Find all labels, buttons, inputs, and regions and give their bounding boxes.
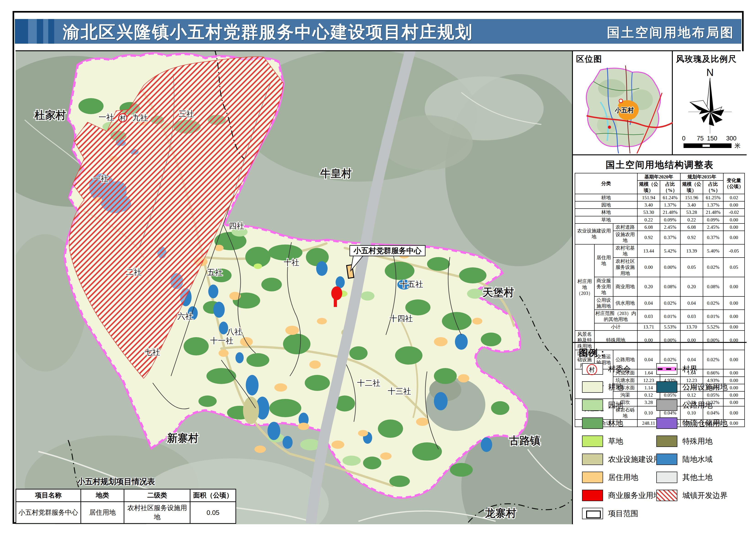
project-info-box: 小五村规划项目情况表 项目名称地类二级类面积（公顷）小五村党群服务中心居住用地农… [15, 476, 238, 524]
legend-swatch-fill [582, 436, 603, 447]
village-committee-marker: 村 [119, 114, 127, 122]
adjustment-table-header: 规模（公顷） [680, 181, 703, 194]
hamlet-name-label: 十三社 [388, 387, 411, 395]
hamlet-name-label: 六社 [177, 312, 193, 321]
adjustment-table-cell: 0.20 [637, 277, 660, 296]
adjustment-table-cell: 13.39 [680, 244, 703, 258]
adjustment-table-cell: 供水用地 [613, 296, 637, 310]
legend-item-label: 陆地水域 [682, 454, 713, 465]
adjustment-table-cell: 151.94 [637, 194, 660, 201]
legend-grid: 村村委会耕地园地林地草地农业设施建设用地居住用地商业服务业用地项目范围村界公用设… [573, 362, 747, 524]
legend-item: 公路用地 [656, 398, 713, 412]
adjustment-table-cell: 0.08% [660, 277, 680, 296]
windrose-panel: 风玫瑰及比例尺 N [673, 51, 747, 155]
adjustment-table-cell: 草地 [575, 216, 637, 223]
location-inset-panel: 区位图 小五村 [573, 51, 673, 155]
adjustment-table-cell: 0.02% [703, 296, 723, 310]
adjustment-table-cell: 0.01% [703, 310, 723, 323]
adjustment-table-cell: 1.37% [703, 201, 723, 209]
adjustment-table-header: 规模（公顷） [637, 181, 660, 194]
hamlet-name-label: 十五社 [400, 280, 423, 289]
legend-item-label: 耕地 [608, 382, 623, 392]
sidebar: 区位图 小五村 [573, 51, 747, 524]
adjustment-table-header: 规划年2035年 [680, 173, 723, 181]
legend-swatch-fill [656, 454, 677, 465]
legend-item-label: 项目范围 [608, 508, 638, 519]
legend-item: 项目范围 [582, 507, 638, 521]
legend-item: 公用设施用地 [656, 380, 728, 394]
adjustment-table-cell: 农业设施建设用地 [575, 223, 613, 244]
adjustment-table-cell: 13.70 [680, 323, 703, 330]
legend-swatch-fill [656, 381, 677, 393]
adjustment-table-cell: 0.02% [703, 258, 723, 277]
legend-item-label: 村界 [682, 364, 697, 374]
adjustment-table-cell: 村庄范围（203）内的其他用地 [594, 310, 637, 323]
adjustment-table-cell: 0.92 [680, 231, 703, 244]
adjustment-table-cell: 0.20 [680, 277, 703, 296]
location-inset-map[interactable]: 小五村 [573, 66, 673, 155]
adjustment-table-cell: 0.00 [723, 216, 744, 223]
legend-item: 村界 [656, 362, 697, 376]
legend-item-label: 居住用地 [608, 472, 638, 483]
hamlet-name-label: 二社 [126, 268, 142, 276]
adjustment-table-cell: 0.22 [680, 216, 703, 223]
scale-tick: 0 [682, 135, 685, 142]
adjustment-table-cell: 0.00 [723, 201, 744, 209]
adjustment-table-cell: 商业服务业用地 [594, 277, 613, 296]
legend-swatch-village-boundary [656, 363, 677, 375]
svg-text:小五村党群服务中心: 小五村党群服务中心 [353, 246, 422, 255]
adjustment-table-cell: 21.48% [703, 209, 723, 216]
adjustment-table-cell: 商业用地 [613, 277, 637, 296]
sheet-content: 村 小五村党群服务中心 杜家村牛皇村天堡村古路镇新寨村龙寨村 一社九社三社一社二… [15, 50, 741, 521]
adjustment-table-cell: 农村社区服务设施用地 [613, 258, 637, 277]
project-table-header: 二级类 [124, 489, 190, 502]
adjustment-table-cell: 设施农用地 [613, 231, 637, 244]
adjustment-table-cell: 0.37% [703, 231, 723, 244]
legend-item: 草地 [582, 435, 623, 448]
hamlet-name-label: 十社 [284, 258, 299, 267]
legend-swatch-fill [582, 454, 603, 465]
scale-tick: 75 [697, 135, 704, 142]
legend-item: 村村委会 [582, 362, 631, 376]
project-table-cell: 0.05 [190, 502, 236, 523]
adjustment-table-cell: 5.40% [703, 244, 723, 258]
legend-item: 陆地水域 [656, 452, 713, 466]
main-map[interactable]: 村 小五村党群服务中心 杜家村牛皇村天堡村古路镇新寨村龙寨村 一社九社三社一社二… [15, 51, 573, 524]
adjustment-table-cell: 居住用地 [594, 244, 613, 277]
hamlet-name-label: 十二社 [357, 379, 380, 387]
legend-swatch-fill [582, 399, 603, 411]
legend-item-label: 物流仓储用地 [682, 418, 728, 428]
svg-text:N: N [706, 67, 714, 78]
adjustment-table-header: 基期年2020年 [637, 173, 680, 181]
legend-swatch-fill [656, 399, 677, 411]
legend-item: 园地 [582, 398, 623, 412]
adjustment-table-panel: 国土空间用地结构调整表 分类基期年2020年规划年2035年变化量（公顷）规模（… [573, 155, 747, 343]
sheet-frame: 渝北区兴隆镇小五村党群服务中心建设项目村庄规划 国土空间用地布局图 [13, 11, 744, 524]
legend-item: 商业服务业用地 [582, 489, 661, 502]
adjustment-table-cell: -0.05 [723, 244, 744, 258]
adjustment-table-cell: 公用设施用地 [594, 296, 613, 310]
adjustment-table-cell: 3.40 [680, 201, 703, 209]
svg-text:米: 米 [735, 142, 741, 149]
adjustment-table-cell: 0.00 [723, 277, 744, 296]
legend-item-label: 园地 [608, 400, 623, 410]
hamlet-name-label: 七社 [145, 348, 160, 356]
adjustment-table-cell: 6.08 [680, 223, 703, 231]
header-stripes [15, 19, 56, 44]
legend-swatch-hatch [656, 490, 677, 501]
legend-item: 物流仓储用地 [656, 416, 728, 430]
adjustment-table-cell: 0.05 [680, 258, 703, 277]
adjustment-table-cell: 0.02% [660, 296, 680, 310]
legend-swatch-fill [656, 417, 677, 429]
svg-text:村: 村 [120, 115, 126, 122]
adjustment-table-cell: 5.52% [703, 323, 723, 330]
legend-item: 居住用地 [582, 470, 638, 484]
legend-item-label: 特殊用地 [682, 436, 713, 446]
village-name-label: 古路镇 [509, 435, 540, 446]
project-table-title: 小五村规划项目情况表 [43, 476, 189, 487]
adjustment-table-cell: 小计 [594, 323, 637, 330]
adjustment-table-cell: 13.71 [637, 323, 660, 330]
hamlet-name-label: 一社 [93, 174, 108, 183]
legend-item: 林地 [582, 416, 623, 430]
map-canvas[interactable]: 村 小五村党群服务中心 杜家村牛皇村天堡村古路镇新寨村龙寨村 一社九社三社一社二… [15, 51, 572, 524]
